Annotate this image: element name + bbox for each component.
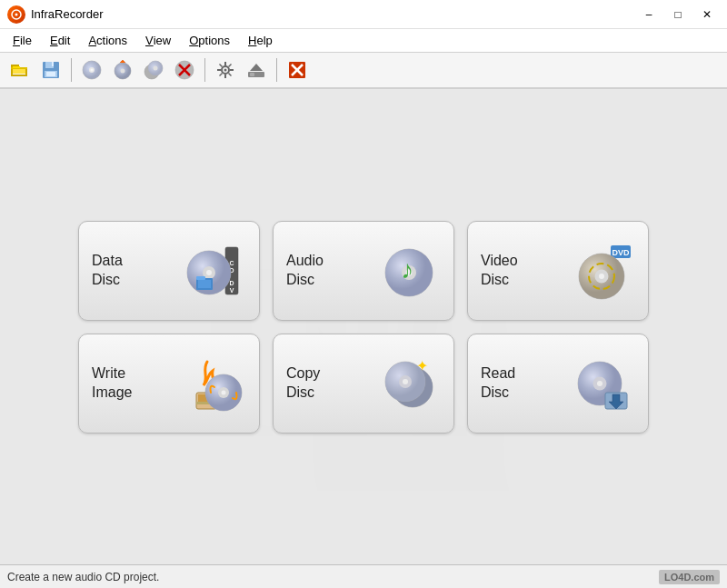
toolbar-save-button[interactable] [36, 56, 65, 84]
toolbar-erase-disc-button[interactable] [170, 56, 199, 84]
status-text: Create a new audio CD project. [7, 571, 159, 583]
svg-point-24 [154, 66, 158, 71]
svg-point-83 [403, 379, 408, 384]
title-bar-left: InfraRecorder [7, 5, 103, 24]
audio-disc-icon: ♪ [377, 239, 441, 303]
audio-disc-label: AudioDisc [286, 252, 324, 290]
open-folder-icon [10, 60, 30, 80]
svg-text:DVD: DVD [612, 248, 630, 257]
svg-point-67 [599, 274, 604, 279]
main-button-grid: DataDisc C D D V [78, 221, 649, 434]
svg-rect-8 [13, 69, 25, 74]
svg-text:♪: ♪ [401, 255, 413, 284]
copy-disc-icon [143, 59, 164, 81]
write-image-label: WriteImage [92, 364, 132, 403]
app-icon-svg [11, 9, 22, 20]
close-button[interactable]: ✕ [694, 5, 720, 25]
exit-icon [287, 60, 307, 80]
svg-rect-13 [46, 72, 55, 76]
write-image-icon [183, 352, 246, 415]
copy-disc-button[interactable]: CopyDisc ✦ [273, 334, 454, 434]
maximize-button[interactable]: □ [665, 5, 691, 25]
video-disc-label: VideoDisc [481, 252, 518, 290]
audio-disc-button[interactable]: AudioDisc ♪ [273, 221, 454, 321]
window-controls: – □ ✕ [636, 5, 720, 25]
settings-icon [215, 60, 235, 80]
svg-text:D: D [229, 280, 234, 286]
svg-rect-55 [196, 276, 205, 280]
save-icon [41, 60, 61, 80]
burn-image-icon [112, 59, 134, 81]
menu-options[interactable]: Options [180, 29, 239, 52]
svg-line-35 [220, 65, 223, 67]
main-content: IR DataDisc C D D V [0, 89, 727, 564]
status-logo: LO4D.com [659, 570, 720, 584]
svg-line-38 [220, 74, 223, 76]
toolbar-separator-2 [204, 58, 205, 82]
data-disc-label: DataDisc [92, 252, 123, 290]
data-disc-icon: C D D V [183, 239, 246, 303]
svg-rect-56 [198, 280, 211, 288]
toolbar-settings-button[interactable] [211, 56, 240, 84]
burn-disc-icon [81, 59, 103, 81]
toolbar [0, 53, 727, 89]
menu-edit[interactable]: Edit [41, 29, 79, 52]
svg-text:✦: ✦ [416, 358, 428, 374]
menu-help[interactable]: Help [239, 29, 282, 52]
toolbar-exit-button[interactable] [283, 56, 312, 84]
svg-rect-40 [250, 73, 254, 76]
status-bar: Create a new audio CD project. LO4D.com [0, 564, 727, 588]
menu-actions[interactable]: Actions [79, 29, 136, 52]
toolbar-copy-disc-button[interactable] [139, 56, 168, 84]
video-disc-button[interactable]: VideoDisc DVD [467, 221, 649, 321]
svg-rect-4 [11, 75, 27, 76]
svg-line-36 [229, 74, 232, 76]
read-disc-button[interactable]: ReadDisc [467, 334, 649, 434]
toolbar-burn-disc-button[interactable] [77, 56, 106, 84]
video-disc-icon: DVD [572, 239, 635, 303]
svg-point-88 [597, 381, 603, 386]
app-icon [7, 5, 25, 24]
toolbar-separator-1 [71, 58, 72, 82]
svg-text:C: C [229, 260, 234, 266]
svg-point-17 [91, 69, 94, 72]
svg-point-1 [15, 13, 18, 15]
menu-view[interactable]: View [136, 29, 180, 52]
copy-disc-label: CopyDisc [286, 364, 320, 403]
menu-file[interactable]: File [4, 29, 41, 52]
toolbar-burn-image-button[interactable] [108, 56, 137, 84]
data-disc-button[interactable]: DataDisc C D D V [78, 221, 260, 321]
menu-bar: File Edit Actions View Options Help [0, 29, 727, 53]
minimize-button[interactable]: – [636, 5, 662, 25]
read-disc-icon [572, 352, 635, 415]
window-title: InfraRecorder [31, 7, 103, 21]
svg-point-53 [206, 270, 212, 275]
read-disc-label: ReadDisc [481, 364, 515, 403]
toolbar-open-button[interactable] [5, 56, 35, 84]
svg-rect-7 [13, 66, 20, 68]
svg-point-20 [121, 69, 125, 74]
svg-point-75 [222, 390, 226, 394]
svg-line-37 [229, 65, 232, 67]
eject-icon [246, 60, 266, 80]
toolbar-eject-button[interactable] [242, 56, 271, 84]
write-image-button[interactable]: WriteImage [78, 334, 260, 434]
erase-disc-icon [174, 59, 195, 81]
title-bar: InfraRecorder – □ ✕ [0, 0, 727, 29]
svg-text:V: V [230, 287, 234, 294]
svg-rect-11 [52, 62, 54, 66]
toolbar-separator-3 [276, 58, 277, 82]
copy-disc-icon: ✦ [377, 352, 441, 415]
svg-point-30 [224, 69, 227, 72]
